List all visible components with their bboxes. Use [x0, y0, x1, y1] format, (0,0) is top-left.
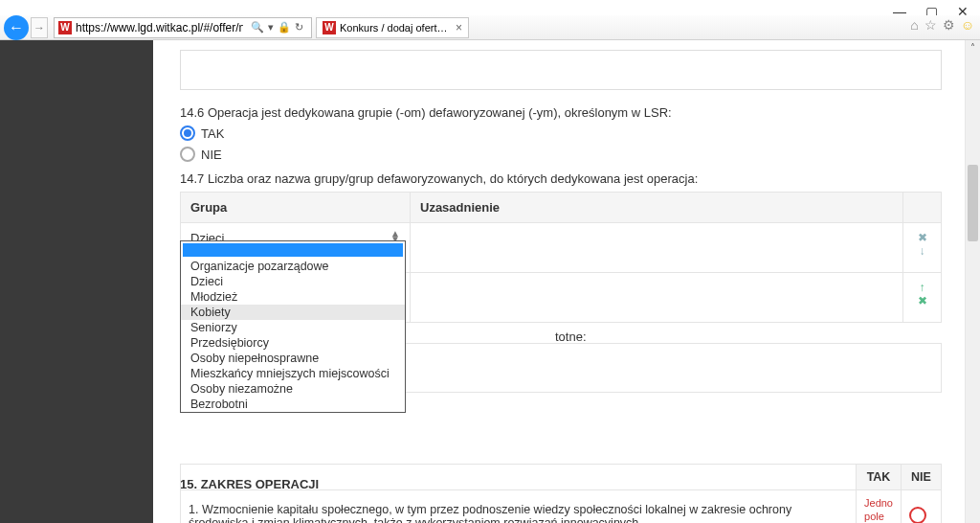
star-icon[interactable]: ☆	[924, 17, 937, 33]
zakres-table: TAK NIE 1. Wzmocnienie kapitału społeczn…	[180, 464, 942, 523]
search-icon[interactable]: 🔍	[251, 21, 264, 34]
tab-favicon-icon: W	[323, 21, 336, 34]
radio-tak-circle[interactable]	[180, 125, 195, 141]
dropdown-options-list: Organizacje pozarządowe Dzieci Młodzież …	[181, 259, 405, 412]
q14-7-label: 14.7 Liczba oraz nazwa grupy/grup defawo…	[180, 171, 942, 186]
vertical-scrollbar[interactable]: ˄	[965, 40, 980, 523]
move-up-icon[interactable]: ↑ ✖	[913, 281, 931, 307]
dropdown-option[interactable]: Młodzież	[181, 289, 405, 305]
url-text: https://www.lgd.witkac.pl/#/offer/new/?c…	[76, 21, 243, 34]
refresh-icon[interactable]: ↻	[295, 21, 303, 34]
dropdown-url-icon[interactable]: ▾	[268, 21, 274, 34]
dropdown-search-input[interactable]	[183, 243, 403, 257]
radio-tak-label: TAK	[201, 126, 224, 141]
zakres-row1-nie[interactable]	[902, 490, 942, 524]
cell-uzas-input[interactable]	[411, 223, 903, 273]
gear-icon[interactable]: ⚙	[943, 17, 955, 33]
dropdown-option[interactable]: Kobiety	[181, 305, 405, 320]
q14-6-label: 14.6 Operacja jest dedykowana grupie (-o…	[180, 105, 942, 120]
cell-actions-2: ↑ ✖	[903, 273, 942, 323]
zakres-spacer	[181, 465, 857, 490]
home-icon[interactable]: ⌂	[910, 17, 918, 33]
table-row: 1. Wzmocnienie kapitału społecznego, w t…	[181, 490, 942, 524]
radio-nie-circle[interactable]	[180, 147, 195, 162]
zakres-row1-tak[interactable]: Jedno pole musi	[857, 490, 902, 524]
zakres-th-nie: NIE	[902, 465, 942, 490]
radio-tak[interactable]: TAK	[180, 125, 942, 141]
lock-icon: 🔒	[278, 21, 291, 34]
prev-text-input[interactable]	[180, 50, 942, 90]
address-bar[interactable]: W https://www.lgd.witkac.pl/#/offer/new/…	[54, 17, 312, 38]
tab-close-icon[interactable]: ×	[456, 21, 462, 34]
feedback-icon[interactable]: ☺	[961, 17, 974, 33]
radio-nie-label: NIE	[201, 148, 222, 162]
th-uzas: Uzasadnienie	[411, 193, 903, 223]
cell-actions: ✖ ↓	[903, 223, 942, 273]
dropdown-option[interactable]: Seniorzy	[181, 320, 405, 335]
remove-row-icon[interactable]: ✖ ↓	[913, 231, 931, 258]
dropdown-option[interactable]: Przedsiębiorcy	[181, 335, 405, 351]
forward-button[interactable]: →	[31, 17, 48, 38]
favicon-w-icon: W	[58, 21, 72, 34]
cell-uzas-input-2[interactable]	[411, 273, 903, 323]
browser-tab[interactable]: W Konkurs / dodaj ofertę - wit... ×	[316, 17, 469, 38]
left-sidebar	[0, 40, 153, 523]
tab-title: Konkurs / dodaj ofertę - wit...	[340, 22, 452, 34]
grupa-dropdown-panel[interactable]: Organizacje pozarządowe Dzieci Młodzież …	[180, 240, 406, 413]
dropdown-option[interactable]: Osoby niepełnosprawne	[181, 351, 405, 366]
url-suffix: 🔍 ▾ 🔒 ↻	[247, 21, 307, 34]
dropdown-option[interactable]: Bezrobotni	[181, 397, 405, 412]
dropdown-option[interactable]: Organizacje pozarządowe	[181, 259, 405, 274]
dropdown-option[interactable]: Osoby niezamożne	[181, 381, 405, 397]
scrollbar-thumb[interactable]	[968, 165, 978, 241]
browser-chrome: ← → W https://www.lgd.witkac.pl/#/offer/…	[0, 15, 980, 40]
zakres-th-tak: TAK	[857, 465, 902, 490]
dropdown-option[interactable]: Dzieci	[181, 274, 405, 289]
istotne-label-fragment: totne:	[555, 330, 587, 344]
scroll-up-icon[interactable]: ˄	[966, 42, 980, 53]
dropdown-option[interactable]: Mieszkańcy mniejszych miejscowości	[181, 366, 405, 381]
th-actions	[903, 193, 942, 223]
radio-nie-indicator[interactable]	[909, 507, 926, 524]
zakres-row1-text: 1. Wzmocnienie kapitału społecznego, w t…	[181, 490, 857, 524]
radio-nie[interactable]: NIE	[180, 147, 942, 162]
back-button[interactable]: ←	[4, 15, 29, 40]
th-grupa: Grupa	[181, 193, 411, 223]
